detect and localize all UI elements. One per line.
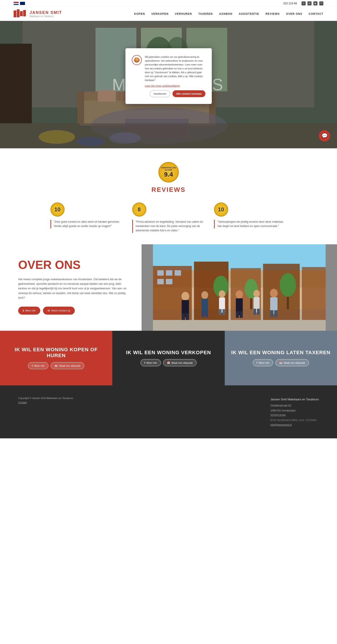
cta-taxeren-buttons: ℹ Meer info 📅 Maak een afspraak <box>253 359 309 366</box>
nav-verhuren[interactable]: VERHUREN <box>175 12 192 16</box>
cta-verkopen-afspraak[interactable]: 📅 Maak een afspraak <box>163 359 197 366</box>
language-flags[interactable] <box>14 2 25 5</box>
calendar-icon: 📅 <box>54 364 58 367</box>
svg-rect-0 <box>14 10 16 17</box>
nav-contact[interactable]: CONTACT <box>309 12 323 16</box>
footer-phone-link[interactable]: 0202619166 <box>270 413 319 418</box>
svg-point-47 <box>181 292 189 300</box>
logo-subtitle: Makelaars en Taxateurs <box>29 15 62 18</box>
cookie-buttons: Voorkeuren Alle cookies toestaan <box>145 90 205 97</box>
footer-contact-link[interactable]: Contact <box>18 401 27 404</box>
cta-kopen-title: IK WIL EEN WONING KOPEN OF HUREN <box>4 347 108 359</box>
cookie-policy-link[interactable]: Lees hier onze cookieverklaring <box>145 84 205 87</box>
cookie-banner: 🍪 Wij gebruiken cookies om uw gebruikser… <box>125 48 212 104</box>
meer-info-button[interactable]: ℹ Meer info <box>18 307 40 314</box>
svg-rect-61 <box>236 311 239 318</box>
calendar-icon: 📅 <box>279 361 283 364</box>
svg-rect-3 <box>23 10 26 16</box>
svg-rect-35 <box>302 267 326 320</box>
svg-rect-70 <box>274 310 278 317</box>
svg-rect-57 <box>219 309 222 315</box>
cta-kopen-meer-info[interactable]: ℹ Meer info <box>28 362 48 369</box>
cta-taxeren-meer-info[interactable]: ℹ Meer info <box>253 359 273 366</box>
svg-rect-38 <box>175 270 181 276</box>
score-badge-label: GEMIDDELDESCORE <box>161 167 176 171</box>
cta-verkopen-buttons: ℹ Meer info 📅 Maak een afspraak <box>140 359 197 366</box>
svg-point-59 <box>236 290 243 298</box>
svg-rect-40 <box>166 279 172 284</box>
preferences-button[interactable]: Voorkeuren <box>150 90 170 97</box>
top-bar: 020 219 66 f in ▶ 📷 <box>0 0 337 7</box>
svg-point-67 <box>270 289 278 297</box>
over-ons-image <box>142 244 337 331</box>
info-icon: ℹ <box>257 361 258 364</box>
svg-point-55 <box>219 290 225 298</box>
neem-contact-button[interactable]: ✉ Neem contact op <box>43 307 75 314</box>
phone-link[interactable]: 020 219 66 <box>283 2 297 5</box>
footer-right: Jansen Smit Makelaars en Taxateurs Ombil… <box>270 397 319 427</box>
footer-email-link[interactable]: info@jansensmit.nl <box>270 423 319 427</box>
cta-kopen-buttons: ℹ Meer info 📅 Maak een afspraak <box>28 362 84 369</box>
cta-taxeren: IK WIL EEN WONING LATEN TAXEREN ℹ Meer i… <box>225 331 337 385</box>
svg-rect-37 <box>166 270 172 276</box>
review-score-2: 8 <box>132 202 146 216</box>
cta-verkopen: IK WIL EEN WONING VERKOPEN ℹ Meer info 📅… <box>112 331 225 385</box>
svg-rect-39 <box>157 279 164 284</box>
svg-rect-53 <box>202 311 204 317</box>
reviews-grid: 10 "Zeer goed contact en alles werd uit … <box>18 202 319 233</box>
footer-city: 1094 NV Amsterdam <box>270 408 319 413</box>
linkedin-icon[interactable]: in <box>308 1 312 6</box>
svg-rect-36 <box>157 270 164 276</box>
nav-kopen[interactable]: KOPEN <box>134 12 145 16</box>
cta-kopen-afspraak[interactable]: 📅 Maak een afspraak <box>51 362 84 369</box>
svg-rect-50 <box>186 314 189 320</box>
nav-taxeren[interactable]: TAXEREN <box>198 12 213 16</box>
svg-rect-2 <box>20 11 23 16</box>
cookie-content: Wij gebruiken cookies om uw gebruikserva… <box>145 55 205 97</box>
chat-button[interactable]: 💬 <box>319 130 330 142</box>
instagram-icon[interactable]: 📷 <box>319 1 323 6</box>
svg-rect-1 <box>17 9 19 17</box>
team-photo-svg <box>142 244 337 331</box>
svg-rect-58 <box>223 309 225 315</box>
nav-assistentie[interactable]: ASSISTENTIE <box>239 12 259 16</box>
calendar-icon: 📅 <box>167 361 170 364</box>
nav-aanbod[interactable]: AANBOD <box>219 12 233 16</box>
social-links: f in ▶ 📷 <box>302 1 323 6</box>
nav-over-ons[interactable]: OVER ONS <box>286 12 302 16</box>
flag-nl-icon[interactable] <box>14 2 19 5</box>
reviews-section: GEMIDDELDESCORE 9.4 REVIEWS 10 "Zeer goe… <box>0 148 337 244</box>
cta-taxeren-title: IK WIL EEN WONING LATEN TAXEREN <box>231 350 331 356</box>
svg-rect-62 <box>240 311 243 318</box>
cta-kopen-huren: IK WIL EEN WONING KOPEN OF HUREN ℹ Meer … <box>0 331 112 385</box>
review-text-2: "Prima adviezen en begeleiding. Verstand… <box>132 220 205 233</box>
average-score-badge: GEMIDDELDESCORE 9.4 <box>158 162 179 182</box>
footer-company-name: Jansen Smit Makelaars en Taxateurs <box>270 397 319 402</box>
cookie-text: Wij gebruiken cookies om uw gebruikserva… <box>145 55 205 82</box>
cta-taxeren-afspraak[interactable]: 📅 Maak een afspraak <box>275 359 309 366</box>
footer-copyright: Copyright © Jansen Smit Makelaars en Tax… <box>18 397 73 400</box>
info-icon: ℹ <box>144 361 145 364</box>
footer-left: Copyright © Jansen Smit Makelaars en Tax… <box>18 397 73 404</box>
review-score-1: 10 <box>50 202 64 216</box>
svg-point-63 <box>253 290 260 297</box>
logo-icon <box>14 9 27 18</box>
flag-en-icon[interactable] <box>20 2 25 5</box>
review-text-3: "Verkooptraject als prettig ervaren door… <box>214 220 287 228</box>
nav-reviews[interactable]: REVIEWS <box>266 12 280 16</box>
facebook-icon[interactable]: f <box>302 1 306 6</box>
nav-verkopen[interactable]: VERKOPEN <box>151 12 168 16</box>
hero-wrapper: MAKE EURS 💬 🍪 Wij gebruiken cookies om u… <box>0 21 337 148</box>
youtube-icon[interactable]: ▶ <box>313 1 318 6</box>
review-score-3: 10 <box>214 202 228 216</box>
logo[interactable]: JANSEN SMIT Makelaars en Taxateurs <box>14 9 62 18</box>
cta-verkopen-title: IK WIL EEN WONING VERKOPEN <box>126 350 211 356</box>
review-text-1: "Zeer goed contact en alles werd uit han… <box>50 220 123 228</box>
svg-rect-69 <box>270 310 273 317</box>
nav-links: KOPEN VERKOPEN VERHUREN TAXEREN AANBOD A… <box>134 12 323 16</box>
svg-rect-54 <box>205 311 208 317</box>
cta-verkopen-meer-info[interactable]: ℹ Meer info <box>140 359 161 366</box>
accept-cookies-button[interactable]: Alle cookies toestaan <box>172 90 205 97</box>
info-icon: ℹ <box>23 309 24 312</box>
top-bar-right: 020 219 66 f in ▶ 📷 <box>283 1 323 6</box>
